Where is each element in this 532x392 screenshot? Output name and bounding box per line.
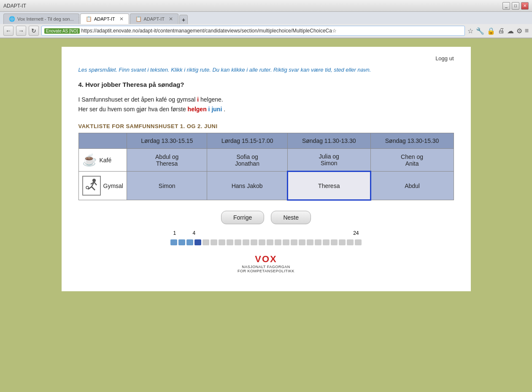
dot-24[interactable] bbox=[355, 239, 362, 245]
dot-13[interactable] bbox=[267, 239, 273, 245]
prev-button[interactable]: Forrige bbox=[221, 211, 264, 224]
dot-6[interactable] bbox=[211, 239, 217, 245]
gymsal-cell-2[interactable]: Hans Jakob bbox=[207, 172, 287, 200]
prog-num-24: 24 bbox=[353, 230, 359, 236]
tool5-icon[interactable]: ⚙ bbox=[516, 27, 522, 35]
url-bar[interactable]: Enovate AS [NO] https://adaptit.enovate.… bbox=[41, 26, 465, 36]
svg-point-6 bbox=[86, 186, 89, 189]
cafe-cell-1[interactable]: Abdul ogTheresa bbox=[127, 149, 207, 172]
dot-8[interactable] bbox=[227, 239, 233, 245]
dot-21[interactable] bbox=[331, 239, 338, 245]
dot-22[interactable] bbox=[339, 239, 346, 245]
dot-10[interactable] bbox=[243, 239, 249, 245]
gymsal-cell-1[interactable]: Simon bbox=[127, 172, 207, 200]
body-line1b: helgene. bbox=[200, 96, 223, 103]
body-highlight4: juni bbox=[211, 106, 222, 113]
new-tab-button[interactable]: + bbox=[179, 15, 188, 24]
forward-button[interactable]: → bbox=[16, 26, 26, 36]
dot-20[interactable] bbox=[323, 239, 329, 245]
back-button[interactable]: ← bbox=[3, 26, 14, 36]
address-bar: ← → ↻ Enovate AS [NO] https://adaptit.en… bbox=[0, 24, 532, 38]
dot-19[interactable] bbox=[315, 239, 321, 245]
dot-23[interactable] bbox=[347, 239, 354, 245]
header-col1: Lørdag 13.30-15.15 bbox=[127, 133, 207, 149]
tool1-icon[interactable]: 🔧 bbox=[476, 27, 484, 35]
window-title: ADAPT-IT bbox=[3, 3, 26, 9]
refresh-button[interactable]: ↻ bbox=[29, 26, 39, 36]
logout-bar: Logg ut bbox=[78, 55, 454, 62]
dot-16[interactable] bbox=[291, 239, 297, 245]
gymsal-icon-label: Gymsal bbox=[82, 176, 123, 196]
cafe-label: Kafé bbox=[100, 157, 112, 164]
tool4-icon[interactable]: ☁ bbox=[507, 27, 514, 35]
gymsal-cell-4[interactable]: Abdul bbox=[370, 172, 454, 200]
tab-3-close[interactable]: ✕ bbox=[169, 16, 173, 22]
table-header-row: Lørdag 13.30-15.15 Lørdag 15.15-17.00 Sø… bbox=[78, 133, 454, 149]
secure-badge: Enovate AS [NO] bbox=[44, 28, 80, 34]
svg-line-3 bbox=[92, 187, 95, 190]
question-title: 4. Hvor jobber Theresa på søndag? bbox=[78, 81, 454, 88]
vox-brand: VOX bbox=[255, 254, 277, 264]
window-controls: _ □ ✕ bbox=[502, 2, 529, 10]
tab-1[interactable]: 🌐 Vox Internett - Til deg son... ✕ bbox=[3, 13, 79, 24]
tab-1-label: Vox Internett - Til deg son... bbox=[17, 16, 74, 21]
dot-1[interactable] bbox=[170, 239, 177, 245]
dot-18[interactable] bbox=[307, 239, 313, 245]
tab-2-close[interactable]: ✕ bbox=[119, 16, 124, 22]
cafe-cell-3[interactable]: Julia ogSimon bbox=[287, 149, 370, 172]
maximize-button[interactable]: □ bbox=[512, 2, 519, 10]
body-line1: I Samfunnshuset er det åpen kafé og gyms… bbox=[78, 96, 196, 103]
table-title: VAKTLISTE FOR SAMFUNNSHUSET 1. OG 2. JUN… bbox=[78, 123, 454, 129]
svg-line-4 bbox=[94, 182, 97, 185]
running-person-icon bbox=[84, 177, 99, 193]
gymsal-cell-3-selected[interactable]: Theresa bbox=[287, 172, 370, 200]
dot-2[interactable] bbox=[178, 239, 185, 245]
bookmark-icon[interactable]: ☆ bbox=[467, 27, 473, 35]
cafe-icon-cell: ☕ Kafé bbox=[78, 149, 127, 172]
header-col3: Søndag 11.30-13.30 bbox=[287, 133, 370, 149]
body-highlight2: helgen bbox=[188, 106, 207, 113]
menu-icon[interactable]: ≡ bbox=[525, 27, 529, 35]
next-button[interactable]: Neste bbox=[271, 211, 311, 224]
close-button[interactable]: ✕ bbox=[521, 2, 529, 10]
gymsal-label: Gymsal bbox=[103, 183, 123, 189]
tab-2-icon: 📋 bbox=[86, 16, 92, 22]
gym-icon-box bbox=[82, 176, 101, 196]
dot-5[interactable] bbox=[203, 239, 209, 245]
tab-1-close[interactable]: ✕ bbox=[78, 16, 79, 22]
tab-3[interactable]: 📋 ADAPT-IT ✕ bbox=[130, 13, 179, 24]
dot-15[interactable] bbox=[283, 239, 289, 245]
table-row-gymsal: Gymsal Simon Hans Jakob Theresa Abdul bbox=[78, 172, 454, 200]
tool3-icon[interactable]: 🖨 bbox=[498, 27, 505, 35]
tab-2[interactable]: 📋 ADAPT-IT ✕ bbox=[80, 13, 129, 24]
dot-3[interactable] bbox=[186, 239, 193, 245]
instruction-text: Les spørsmålet. Finn svaret i teksten. K… bbox=[78, 66, 454, 74]
schedule-table: Lørdag 13.30-15.15 Lørdag 15.15-17.00 Sø… bbox=[78, 133, 454, 201]
tab-1-icon: 🌐 bbox=[9, 16, 15, 22]
nav-buttons: Forrige Neste bbox=[78, 211, 454, 224]
dot-7[interactable] bbox=[219, 239, 225, 245]
coffee-cup-icon: ☕ bbox=[82, 153, 97, 167]
gymsal-icon-cell: Gymsal bbox=[78, 172, 127, 200]
logout-link[interactable]: Logg ut bbox=[435, 55, 454, 62]
dot-11[interactable] bbox=[251, 239, 257, 245]
body-line2: Her ser du hvem som gjør hva den første bbox=[78, 106, 186, 113]
title-bar: ADAPT-IT _ □ ✕ bbox=[0, 0, 532, 12]
tab-3-icon: 📋 bbox=[135, 16, 141, 22]
header-col4: Søndag 13.30-15.30 bbox=[370, 133, 454, 149]
cafe-cell-4[interactable]: Chen ogAnita bbox=[370, 149, 454, 172]
dot-4[interactable] bbox=[194, 239, 201, 245]
minimize-button[interactable]: _ bbox=[502, 2, 510, 10]
tool2-icon[interactable]: 🔒 bbox=[487, 27, 495, 35]
dot-9[interactable] bbox=[235, 239, 241, 245]
progress-dots bbox=[170, 239, 362, 245]
dot-14[interactable] bbox=[275, 239, 281, 245]
dot-17[interactable] bbox=[299, 239, 305, 245]
toolbar-icons: ☆ 🔧 🔒 🖨 ☁ ⚙ ≡ bbox=[467, 27, 529, 35]
dot-12[interactable] bbox=[259, 239, 265, 245]
body-text: I Samfunnshuset er det åpen kafé og gyms… bbox=[78, 95, 454, 115]
tab-2-label: ADAPT-IT bbox=[94, 16, 115, 21]
svg-point-0 bbox=[92, 179, 96, 182]
cafe-cell-2[interactable]: Sofia ogJonathan bbox=[207, 149, 287, 172]
cafe-icon-label: ☕ Kafé bbox=[82, 153, 123, 167]
